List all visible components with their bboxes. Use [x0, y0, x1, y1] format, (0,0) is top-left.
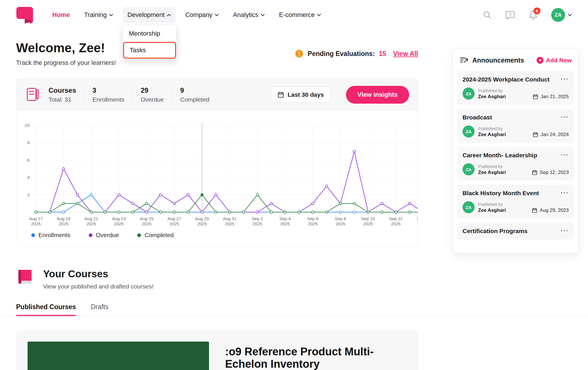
- announcements-icon: [460, 56, 468, 65]
- dropdown-item-tasks[interactable]: Tasks: [123, 42, 176, 59]
- announcement-title: 2024-2025 Workplace Conduct: [463, 76, 550, 83]
- svg-text:10: 10: [25, 123, 30, 128]
- announcement-date: Jan 24, 2024: [533, 132, 569, 137]
- view-all-link[interactable]: View All: [393, 50, 418, 58]
- stat-sub: Total: 31: [49, 96, 76, 103]
- courses-tabs: Published Courses Drafts: [16, 303, 418, 316]
- nav-label: E-commerce: [279, 11, 315, 19]
- calendar-icon: [533, 94, 538, 100]
- svg-text:4: 4: [27, 175, 30, 180]
- chevron-up-icon: [167, 14, 171, 16]
- svg-text:Sep 82025: Sep 82025: [335, 216, 346, 226]
- date-text: Jan 21, 2025: [541, 94, 569, 100]
- nav-item-training[interactable]: Training: [80, 7, 118, 23]
- app-logo[interactable]: [16, 6, 34, 24]
- announcement-card[interactable]: Black History Month Event ••• ZA Publish…: [457, 185, 574, 218]
- date-text: Sep 12, 2023: [540, 170, 569, 175]
- stat-value: 9: [180, 86, 209, 94]
- announcement-card[interactable]: Career Month- Leadership ••• ZA Publishe…: [457, 147, 574, 181]
- top-navigation: Home Training Development Mentorship Tas…: [0, 0, 588, 30]
- announcement-card[interactable]: Certification Programs •••: [457, 222, 574, 240]
- announcement-menu-button[interactable]: •••: [561, 228, 569, 233]
- stat-label: Overdue: [141, 96, 164, 103]
- nav-item-company[interactable]: Company: [181, 7, 223, 23]
- nav-item-development[interactable]: Development Mentorship Tasks: [123, 7, 176, 23]
- progress-chart: 246810Aug 172025Aug 192025Aug 212025Aug …: [16, 111, 418, 230]
- avatar: ZA: [551, 8, 565, 22]
- announcement-menu-button[interactable]: •••: [561, 76, 569, 82]
- nav-item-analytics[interactable]: Analytics: [229, 7, 269, 23]
- tab-drafts[interactable]: Drafts: [91, 303, 108, 316]
- author-name: Zee Asghari: [478, 170, 506, 175]
- published-by-label: Published by: [478, 88, 506, 93]
- profile-menu[interactable]: ZA: [551, 8, 572, 22]
- announcement-date: Jan 21, 2025: [533, 94, 569, 100]
- published-by-label: Published by: [478, 202, 506, 207]
- help-chat-button[interactable]: ?: [505, 10, 515, 20]
- pending-evaluations: Pending Evaluations: 15 View All: [295, 49, 418, 58]
- dropdown-item-mentorship[interactable]: Mentorship: [123, 25, 176, 42]
- nav-item-home[interactable]: Home: [48, 7, 74, 23]
- tab-published-courses[interactable]: Published Courses: [16, 303, 76, 316]
- nav-item-ecommerce[interactable]: E-commerce: [274, 7, 326, 23]
- view-insights-button[interactable]: View Insights: [346, 86, 409, 104]
- svg-text:Aug 272025: Aug 272025: [167, 216, 181, 226]
- nav-label: Training: [84, 11, 107, 19]
- stat-label: Completed: [180, 96, 209, 103]
- svg-text:6: 6: [27, 158, 30, 162]
- announcement-card[interactable]: 2024-2025 Workplace Conduct ••• ZA Publi…: [457, 71, 574, 105]
- add-new-button[interactable]: + Add New: [537, 57, 572, 64]
- chart-legend: Enrollments Overdue Completed: [16, 230, 418, 246]
- announcement-card[interactable]: Broadcast ••• ZA Published by Zee Asghar…: [457, 109, 574, 143]
- nav-actions: ? 6 ZA: [482, 8, 572, 22]
- svg-text:2: 2: [27, 192, 30, 197]
- svg-text:Sep 102025: Sep 102025: [361, 216, 375, 226]
- author-name: Zee Asghari: [478, 132, 506, 137]
- course-card[interactable]: :o9 Reference Product Multi-Echelon Inve…: [16, 330, 418, 370]
- date-range-button[interactable]: Last 30 days: [271, 87, 330, 103]
- add-new-label: Add New: [546, 57, 572, 64]
- announcement-title: Black History Month Event: [463, 190, 539, 197]
- announcement-menu-button[interactable]: •••: [561, 190, 569, 195]
- svg-text:Sep 62025: Sep 62025: [307, 216, 318, 226]
- announcement-title: Broadcast: [463, 114, 492, 121]
- divider: [172, 87, 172, 102]
- divider: [0, 316, 588, 316]
- announcement-title: Certification Programs: [463, 228, 527, 235]
- book-icon: [16, 268, 34, 285]
- help-chat-icon: ?: [506, 10, 515, 20]
- svg-text:8: 8: [27, 140, 30, 145]
- section-subtitle: View your published and drafted courses!: [43, 283, 154, 290]
- page-subtitle: Track the progress of your learners!: [16, 59, 116, 67]
- calendar-icon: [277, 91, 284, 98]
- line-chart: 246810Aug 172025Aug 192025Aug 212025Aug …: [21, 117, 418, 230]
- svg-text:Aug 292025: Aug 292025: [195, 216, 209, 226]
- chevron-down-icon: [109, 14, 113, 16]
- announcement-menu-button[interactable]: •••: [561, 114, 569, 120]
- avatar: ZA: [463, 125, 475, 137]
- course-title: :o9 Reference Product Multi-Echelon Inve…: [225, 346, 407, 370]
- calendar-icon: [532, 170, 537, 175]
- main-content: Welcome, Zee! Track the progress of your…: [0, 41, 418, 370]
- svg-text:Aug 252025: Aug 252025: [140, 216, 154, 226]
- announcement-menu-button[interactable]: •••: [561, 152, 569, 158]
- divider: [132, 87, 133, 102]
- progress-card: Courses Total: 31 3 Enrollments 29 Overd…: [16, 78, 418, 246]
- announcement-title: Career Month- Leadership: [463, 152, 537, 159]
- search-button[interactable]: [482, 10, 492, 20]
- alert-icon: [295, 49, 304, 58]
- legend-label: Completed: [144, 232, 174, 239]
- nav-label: Development: [127, 11, 165, 19]
- author-name: Zee Asghari: [478, 208, 506, 213]
- calendar-icon: [533, 132, 538, 137]
- published-by-label: Published by: [478, 126, 506, 131]
- date-text: Jan 24, 2024: [541, 132, 569, 137]
- notifications-button[interactable]: 6: [528, 10, 538, 20]
- divider: [84, 87, 84, 102]
- development-dropdown: Mentorship Tasks: [123, 25, 176, 59]
- search-icon: [483, 11, 492, 19]
- chevron-down-icon: [568, 14, 572, 16]
- courses-icon: [25, 87, 40, 103]
- legend-label: Enrollments: [38, 232, 70, 239]
- pending-evaluations-count: 15: [379, 50, 386, 58]
